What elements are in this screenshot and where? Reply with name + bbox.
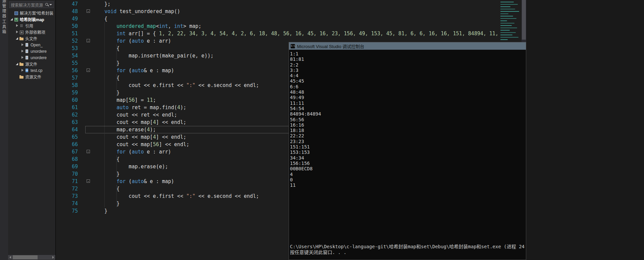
line-number[interactable]: 75 (56, 207, 78, 215)
line-number[interactable]: 53 (56, 45, 78, 52)
minimap-line (500, 13, 508, 14)
line-number[interactable]: 51 (56, 30, 78, 37)
deps-icon (19, 30, 24, 35)
scrollbar-thumb[interactable] (522, 0, 526, 40)
line-number[interactable]: 54 (56, 52, 78, 59)
tree-item-source-folder[interactable]: 源文件 (8, 61, 55, 67)
line-number[interactable]: 49 (56, 15, 78, 23)
line-number[interactable]: 72 (56, 185, 78, 192)
fold-collapse-icon[interactable]: - (87, 150, 90, 153)
line-number[interactable]: 69 (56, 163, 78, 170)
minimap-line (500, 9, 515, 9)
console-output-line: 151:151 (290, 144, 526, 149)
fold-collapse-icon[interactable]: - (87, 179, 90, 183)
line-number[interactable]: 64 (56, 126, 78, 133)
minimap-line (500, 11, 519, 12)
fold-margin (78, 111, 92, 119)
console-output-line: 11:11 (290, 100, 526, 106)
line-number[interactable]: 48 (56, 8, 78, 15)
line-number[interactable]: 68 (56, 156, 78, 163)
solution-search-input[interactable]: 搜索解决方案资源 (9, 1, 54, 8)
fold-margin (78, 23, 92, 30)
chevron-down-icon[interactable] (49, 4, 52, 5)
tab-server-explorer[interactable]: 服务器资源管理器 (1, 0, 7, 19)
tree-item-resource-folder[interactable]: 资源文件 (8, 74, 55, 80)
line-number[interactable]: 57 (56, 74, 78, 82)
scrollbar-thumb[interactable] (13, 255, 38, 259)
tree-item-file-unordered-2[interactable]: unordere (8, 54, 55, 61)
tree-item-dependencies[interactable]: 外部依赖项 (8, 29, 55, 35)
line-number[interactable]: 70 (56, 170, 78, 178)
line-number[interactable]: 63 (56, 119, 78, 126)
line-number[interactable]: 50 (56, 23, 78, 30)
expander-open-icon[interactable] (15, 62, 19, 66)
line-number[interactable]: 47 (56, 0, 78, 8)
scroll-left-arrow[interactable] (8, 255, 13, 260)
tree-item-file-test-cpp[interactable]: test.cp (8, 67, 55, 74)
console-title-bar[interactable]: Microsoft Visual Studio 调试控制台 (289, 42, 526, 50)
debug-console-window[interactable]: Microsoft Visual Studio 调试控制台 1:181:812:… (289, 42, 526, 260)
line-number[interactable]: 55 (56, 59, 78, 67)
expander-closed-icon[interactable] (20, 49, 24, 53)
fold-region[interactable]: - (78, 67, 92, 74)
scroll-right-arrow[interactable] (51, 255, 55, 260)
tree-item-header-folder[interactable]: 头文件 (8, 35, 55, 42)
fold-region[interactable]: - (78, 148, 92, 156)
line-number[interactable]: 61 (56, 104, 78, 111)
fold-region[interactable]: - (78, 178, 92, 185)
expander-closed-icon[interactable] (15, 24, 19, 28)
minimap-line (500, 20, 507, 21)
minimap-line (500, 32, 516, 33)
line-number[interactable]: 58 (56, 82, 78, 89)
fold-collapse-icon[interactable]: - (87, 9, 90, 13)
expander-closed-icon[interactable] (15, 30, 19, 34)
console-output[interactable]: 1:181:812:23:34:445:456:648:4849:4911:11… (289, 50, 526, 260)
code-line[interactable]: 51 int arr[] = { 1, 2, 22, 34, 3, 4, 54,… (56, 30, 526, 37)
code-line[interactable]: 47 }; (56, 0, 526, 8)
line-number[interactable]: 62 (56, 111, 78, 119)
file-icon (24, 43, 30, 47)
tab-toolbox[interactable]: 工具箱 (1, 19, 7, 35)
code-text: cout << e.first << ":" << e.second << en… (92, 192, 259, 200)
tree-item-references[interactable]: 引用 (8, 23, 55, 29)
fold-region[interactable]: - (78, 37, 92, 45)
line-number[interactable]: 73 (56, 192, 78, 200)
line-number[interactable]: 52 (56, 37, 78, 45)
fold-region[interactable]: - (78, 8, 92, 15)
line-number[interactable]: 65 (56, 133, 78, 141)
expander-open-icon[interactable] (9, 17, 14, 21)
console-output-line: 6:6 (290, 84, 526, 89)
fold-collapse-icon[interactable]: - (87, 69, 90, 72)
expander-open-icon[interactable] (15, 36, 19, 41)
code-text: { (92, 15, 107, 23)
expander-closed-icon[interactable] (20, 43, 24, 47)
fold-margin (78, 82, 92, 89)
line-number[interactable]: 71 (56, 178, 78, 185)
line-number[interactable]: 59 (56, 89, 78, 96)
code-text: } (92, 59, 119, 67)
minimap-line (500, 18, 516, 19)
console-title: Microsoft Visual Studio 调试控制台 (297, 43, 364, 49)
tree-item-file-unordered-1[interactable]: unordere (8, 48, 55, 54)
minimap-line (500, 28, 517, 28)
search-icon[interactable] (45, 3, 49, 7)
fold-collapse-icon[interactable]: - (87, 39, 90, 42)
console-output-line: 2:2 (290, 62, 526, 68)
refs-icon (19, 24, 24, 28)
code-line[interactable]: 48- void test_unordered_map() (56, 8, 526, 15)
expander-closed-icon[interactable] (20, 68, 24, 73)
tree-item-label: Open_ (31, 43, 43, 47)
line-number[interactable]: 67 (56, 148, 78, 156)
sidebar-horizontal-scrollbar[interactable] (8, 255, 55, 260)
line-number[interactable]: 74 (56, 200, 78, 207)
code-text: for (auto& e : map) (92, 67, 174, 74)
line-number[interactable]: 60 (56, 96, 78, 104)
tree-item-solution[interactable]: 解决方案“哈希封装 (8, 10, 55, 16)
code-line[interactable]: 50 unordered_map<int, int> map; (56, 23, 526, 30)
line-number[interactable]: 66 (56, 141, 78, 148)
expander-closed-icon[interactable] (20, 55, 24, 60)
line-number[interactable]: 56 (56, 67, 78, 74)
tree-item-project[interactable]: 哈希封装map (8, 16, 55, 23)
code-line[interactable]: 49 { (56, 15, 526, 23)
tree-item-file-open[interactable]: Open_ (8, 42, 55, 48)
